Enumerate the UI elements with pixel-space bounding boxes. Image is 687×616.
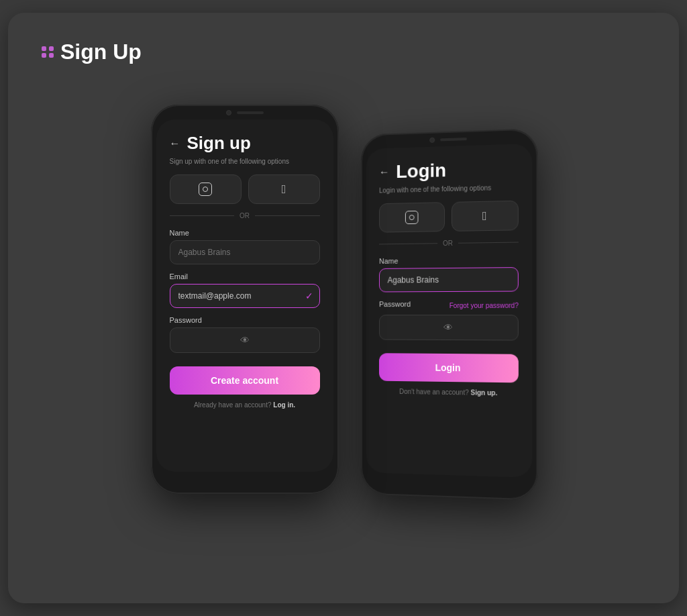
phones-row: ← Sign up Sign up with one of the follow… [42, 91, 645, 497]
phone-notch [151, 105, 339, 119]
login-bottom-label: Don't have an account? [399, 388, 469, 397]
login-back-arrow[interactable]: ← [378, 166, 389, 178]
signup-or-divider: OR [170, 212, 320, 219]
instagram-inner [203, 187, 208, 192]
signup-name-field-wrap: Name [170, 229, 320, 264]
login-button[interactable]: Login [378, 353, 518, 382]
login-screen: ← Login Login with one of the following … [366, 144, 532, 478]
email-check-icon: ✓ [305, 291, 313, 301]
login-eye-slash-icon: 👁︎ [443, 322, 452, 333]
login-title: Login [396, 160, 446, 183]
login-password-label: Password [378, 300, 410, 308]
signup-back-row: ← Sign up [170, 133, 320, 154]
signup-phone: ← Sign up Sign up with one of the follow… [151, 105, 339, 494]
login-apple-button[interactable]:  [451, 201, 518, 232]
or-line-right [255, 215, 320, 216]
main-container: Sign Up ← Sign up Sign up with one of th… [8, 13, 679, 603]
signup-bottom-text: Already have an account? Log in. [170, 401, 320, 409]
login-instagram-button[interactable] [378, 202, 444, 233]
dots-icon [42, 46, 54, 58]
login-subtitle: Login with one of the following options [378, 183, 518, 194]
signup-email-label: Email [170, 272, 320, 280]
signup-password-input[interactable]: 👁︎ [170, 327, 320, 353]
signup-instagram-button[interactable] [170, 174, 242, 204]
login-signup-link[interactable]: Sign up. [470, 389, 497, 397]
signup-social-buttons:  [170, 174, 320, 204]
signup-subtitle: Sign up with one of the following option… [170, 158, 320, 165]
signup-back-arrow[interactable]: ← [170, 138, 180, 150]
signup-email-field-wrap: Email ✓ [170, 272, 320, 308]
login-speaker-bar [439, 138, 466, 141]
login-social-buttons:  [378, 201, 518, 233]
signup-name-label: Name [170, 229, 320, 237]
login-password-field-wrap: Password Forgot your password? 👁︎ [378, 300, 518, 341]
speaker-bar [237, 111, 264, 114]
login-or-line-right [458, 242, 518, 244]
page-title-row: Sign Up [42, 40, 645, 64]
instagram-icon [199, 183, 212, 196]
login-phone: ← Login Login with one of the following … [360, 128, 537, 501]
login-name-field-wrap: Name [378, 256, 518, 293]
signup-password-label: Password [170, 316, 320, 324]
camera-dot [226, 110, 231, 115]
login-or-line-left [378, 243, 437, 244]
login-back-row: ← Login [378, 158, 518, 183]
login-apple-icon:  [482, 209, 487, 223]
create-account-button[interactable]: Create account [170, 366, 320, 395]
apple-icon:  [282, 183, 286, 197]
signup-apple-button[interactable]:  [248, 174, 320, 204]
signup-login-link[interactable]: Log in. [273, 401, 295, 409]
login-name-label: Name [378, 256, 518, 265]
signup-title: Sign up [187, 133, 251, 154]
login-or-divider: OR [378, 238, 518, 248]
signup-bottom-label: Already have an account? [194, 401, 272, 409]
login-camera-dot [429, 138, 434, 143]
login-name-input[interactable] [378, 267, 518, 292]
page-title: Sign Up [60, 40, 142, 64]
forgot-password-row: Password Forgot your password? [378, 300, 518, 311]
or-line-left [170, 215, 235, 216]
forgot-password-link[interactable]: Forgot your password? [449, 302, 518, 309]
login-instagram-inner [409, 215, 414, 220]
or-text: OR [240, 212, 250, 219]
login-or-text: OR [443, 240, 453, 247]
signup-email-input[interactable] [170, 284, 320, 308]
login-password-input[interactable]: 👁︎ [378, 315, 518, 341]
signup-email-input-wrap: ✓ [170, 284, 320, 308]
eye-slash-icon: 👁︎ [240, 335, 250, 346]
login-instagram-icon [405, 211, 418, 224]
login-bottom-text: Don't have an account? Sign up. [378, 388, 518, 397]
signup-password-field-wrap: Password 👁︎ [170, 316, 320, 353]
signup-screen: ← Sign up Sign up with one of the follow… [156, 119, 333, 472]
signup-name-input[interactable] [170, 240, 320, 264]
